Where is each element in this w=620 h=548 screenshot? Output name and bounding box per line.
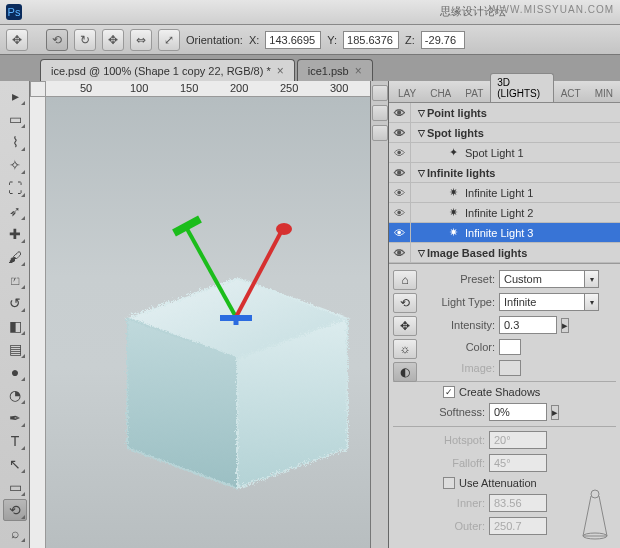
visibility-icon[interactable]: 👁 — [389, 203, 411, 223]
history-brush-tool-icon[interactable]: ↺ — [3, 292, 27, 314]
3d-scale-icon[interactable]: ⤢ — [158, 29, 180, 51]
doc-tab-label: ice.psd @ 100% (Shape 1 copy 22, RGB/8) … — [51, 65, 271, 77]
collapse-icon[interactable]: ▽ — [415, 108, 427, 118]
nav-light-icon[interactable]: ☼ — [393, 339, 417, 359]
visibility-icon[interactable]: 👁 — [389, 123, 411, 143]
chevron-down-icon[interactable]: ▾ — [585, 270, 599, 288]
spotlight-preview-icon — [578, 486, 612, 540]
eyedropper-tool-icon[interactable]: ➶ — [3, 200, 27, 222]
tab-actions[interactable]: ACT — [554, 84, 588, 102]
preset-select[interactable]: Custom▾ — [499, 270, 599, 288]
falloff-label: Falloff: — [393, 457, 485, 469]
nav-pan-icon[interactable]: ✥ — [393, 316, 417, 336]
close-icon[interactable]: × — [277, 64, 284, 78]
eraser-tool-icon[interactable]: ◧ — [3, 315, 27, 337]
tab-channels[interactable]: CHA — [423, 84, 458, 102]
collapse-icon[interactable]: ▽ — [415, 128, 427, 138]
use-atten-checkbox — [443, 477, 455, 489]
dock-icon[interactable] — [372, 125, 388, 141]
light-group-point[interactable]: 👁 ▽ Point lights — [389, 103, 620, 123]
spot-light-icon: ✦ — [445, 146, 461, 160]
shape-tool-icon[interactable]: ▭ — [3, 476, 27, 498]
wand-tool-icon[interactable]: ✧ — [3, 154, 27, 176]
marquee-tool-icon[interactable]: ▭ — [3, 108, 27, 130]
softness-label: Softness: — [393, 406, 485, 418]
dodge-tool-icon[interactable]: ◔ — [3, 384, 27, 406]
z-input[interactable]: -29.76 — [421, 31, 465, 49]
visibility-icon[interactable]: 👁 — [389, 163, 411, 183]
ruler-horizontal: 50 100 150 200 250 300 — [46, 81, 370, 97]
move-tool-icon[interactable]: ▸ — [3, 85, 27, 107]
tab-3d-lights[interactable]: 3D (LIGHTS) — [490, 73, 553, 102]
softness-input[interactable]: 0% — [489, 403, 547, 421]
brush-tool-icon[interactable]: 🖌 — [3, 246, 27, 268]
canvas-area: 50 100 150 200 250 300 — [30, 81, 370, 548]
intensity-input[interactable]: 0.3 — [499, 316, 557, 334]
doc-tab-inactive[interactable]: ice1.psb × — [297, 59, 373, 81]
doc-tab-label: ice1.psb — [308, 65, 349, 77]
falloff-input: 45° — [489, 454, 547, 472]
panel-tabs: LAY CHA PAT 3D (LIGHTS) ACT MIN — [389, 81, 620, 103]
visibility-icon[interactable]: 👁 — [389, 243, 411, 263]
light-item-selected[interactable]: 👁 ✷ Infinite Light 3 — [389, 223, 620, 243]
nav-toggle-icon[interactable]: ◐ — [393, 362, 417, 382]
svg-text:Ps: Ps — [8, 6, 21, 18]
dock-icon[interactable] — [372, 105, 388, 121]
image-label: Image: — [423, 362, 495, 374]
nav-rotate-icon[interactable]: ⟲ — [393, 293, 417, 313]
3d-roll-icon[interactable]: ↻ — [74, 29, 96, 51]
intensity-label: Intensity: — [423, 319, 495, 331]
canvas[interactable] — [46, 97, 370, 548]
tab-paths[interactable]: PAT — [458, 84, 490, 102]
light-item[interactable]: 👁 ✷ Infinite Light 2 — [389, 203, 620, 223]
slider-icon[interactable]: ▸ — [561, 318, 569, 333]
close-icon[interactable]: × — [355, 64, 362, 78]
path-tool-icon[interactable]: ↖ — [3, 453, 27, 475]
z-label: Z: — [405, 34, 415, 46]
light-type-select[interactable]: Infinite▾ — [499, 293, 599, 311]
3d-pan-icon[interactable]: ✥ — [102, 29, 124, 51]
svg-point-8 — [276, 223, 292, 235]
color-swatch[interactable] — [499, 339, 521, 355]
stamp-tool-icon[interactable]: ⏍ — [3, 269, 27, 291]
3d-rotate-icon[interactable]: ⟲ — [46, 29, 68, 51]
collapse-icon[interactable]: ▽ — [415, 168, 427, 178]
lasso-tool-icon[interactable]: ⌇ — [3, 131, 27, 153]
hotspot-label: Hotspot: — [393, 434, 485, 446]
pen-tool-icon[interactable]: ✒ — [3, 407, 27, 429]
infinite-light-icon: ✷ — [445, 226, 461, 240]
collapse-icon[interactable]: ▽ — [415, 248, 427, 258]
visibility-icon[interactable]: 👁 — [389, 103, 411, 123]
hotspot-input: 20° — [489, 431, 547, 449]
chevron-down-icon[interactable]: ▾ — [585, 293, 599, 311]
visibility-icon[interactable]: 👁 — [389, 143, 411, 163]
tab-min[interactable]: MIN — [588, 84, 620, 102]
3d-tool-icon[interactable]: ✥ — [6, 29, 28, 51]
3d-camera-tool-icon[interactable]: ⌕ — [3, 522, 27, 544]
light-group-spot[interactable]: 👁 ▽ Spot lights — [389, 123, 620, 143]
light-group-infinite[interactable]: 👁 ▽ Infinite lights — [389, 163, 620, 183]
type-tool-icon[interactable]: T — [3, 430, 27, 452]
visibility-icon[interactable]: 👁 — [389, 223, 411, 243]
3d-slide-icon[interactable]: ⇔ — [130, 29, 152, 51]
gradient-tool-icon[interactable]: ▤ — [3, 338, 27, 360]
light-item[interactable]: 👁 ✷ Infinite Light 1 — [389, 183, 620, 203]
crop-tool-icon[interactable]: ⛶ — [3, 177, 27, 199]
3d-rotate-tool-icon[interactable]: ⟲ — [3, 499, 27, 521]
x-input[interactable]: 143.6695 — [265, 31, 321, 49]
light-group-image[interactable]: 👁 ▽ Image Based lights — [389, 243, 620, 263]
slider-icon[interactable]: ▸ — [551, 405, 559, 420]
ice-cube-object[interactable] — [86, 197, 366, 497]
visibility-icon[interactable]: 👁 — [389, 183, 411, 203]
app-logo-icon: Ps — [6, 4, 42, 20]
tab-layers[interactable]: LAY — [391, 84, 423, 102]
doc-tab-active[interactable]: ice.psd @ 100% (Shape 1 copy 22, RGB/8) … — [40, 59, 295, 81]
dock-icon[interactable] — [372, 85, 388, 101]
create-shadows-checkbox[interactable]: ✓ — [443, 386, 455, 398]
y-input[interactable]: 185.6376 — [343, 31, 399, 49]
nav-home-icon[interactable]: ⌂ — [393, 270, 417, 290]
light-item[interactable]: 👁 ✦ Spot Light 1 — [389, 143, 620, 163]
heal-tool-icon[interactable]: ✚ — [3, 223, 27, 245]
blur-tool-icon[interactable]: ● — [3, 361, 27, 383]
ruler-corner — [30, 81, 46, 97]
